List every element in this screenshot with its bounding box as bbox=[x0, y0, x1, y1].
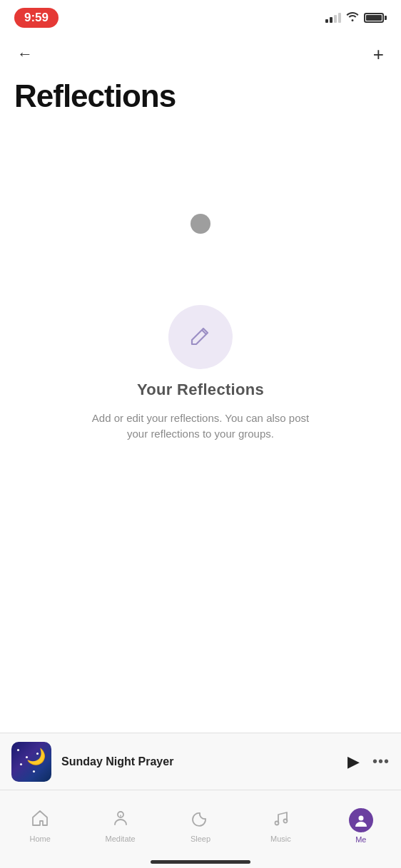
back-button[interactable]: ← bbox=[14, 42, 36, 66]
empty-state: Your Reflections Add or edit your reflec… bbox=[86, 305, 315, 443]
status-time: 9:59 bbox=[14, 8, 59, 28]
tab-meditate-label: Meditate bbox=[106, 835, 136, 843]
moon-icon: 🌙 bbox=[26, 748, 46, 766]
pencil-circle bbox=[168, 305, 233, 369]
album-art: 🌙 bbox=[11, 742, 51, 782]
status-icons bbox=[325, 11, 387, 24]
meditate-icon bbox=[111, 809, 130, 832]
tab-me-label: Me bbox=[355, 835, 366, 844]
svg-point-2 bbox=[284, 819, 288, 822]
tab-music-label: Music bbox=[270, 835, 291, 843]
add-button[interactable]: + bbox=[370, 41, 387, 68]
tab-meditate[interactable]: Meditate bbox=[80, 797, 160, 854]
empty-state-title: Your Reflections bbox=[137, 381, 264, 399]
svg-point-3 bbox=[358, 815, 363, 820]
more-button[interactable]: ••• bbox=[372, 753, 390, 770]
pencil-icon bbox=[188, 323, 213, 351]
tab-sleep[interactable]: Sleep bbox=[161, 797, 240, 854]
music-icon bbox=[271, 809, 290, 832]
tab-sleep-label: Sleep bbox=[191, 835, 210, 843]
tab-bar: Home Meditate Sleep Mus bbox=[0, 790, 401, 868]
track-name: Sunday Night Prayer bbox=[61, 755, 337, 768]
battery-icon bbox=[364, 13, 387, 23]
now-playing-controls: ▶ ••• bbox=[347, 753, 390, 771]
tab-home[interactable]: Home bbox=[0, 797, 80, 854]
svg-point-0 bbox=[118, 812, 123, 817]
main-content: Your Reflections Add or edit your reflec… bbox=[0, 128, 401, 527]
track-info: Sunday Night Prayer bbox=[61, 755, 337, 768]
tab-me[interactable]: Me bbox=[321, 797, 401, 854]
tab-music[interactable]: Music bbox=[240, 797, 320, 854]
home-icon bbox=[31, 809, 49, 832]
grey-dot bbox=[191, 214, 210, 234]
tab-home-label: Home bbox=[30, 835, 51, 843]
wifi-icon bbox=[345, 11, 360, 24]
empty-state-description: Add or edit your reflections. You can al… bbox=[86, 410, 315, 443]
signal-icon bbox=[325, 13, 341, 23]
svg-point-1 bbox=[275, 821, 279, 825]
now-playing-bar[interactable]: 🌙 Sunday Night Prayer ▶ ••• bbox=[0, 733, 401, 790]
sleep-icon bbox=[191, 809, 210, 832]
status-bar: 9:59 bbox=[0, 0, 401, 36]
home-indicator bbox=[151, 860, 250, 864]
page-title: Reflections bbox=[14, 78, 387, 114]
me-avatar-icon bbox=[349, 808, 373, 832]
nav-header: ← + bbox=[0, 36, 401, 73]
play-button[interactable]: ▶ bbox=[347, 753, 360, 771]
page-title-container: Reflections bbox=[0, 73, 401, 128]
